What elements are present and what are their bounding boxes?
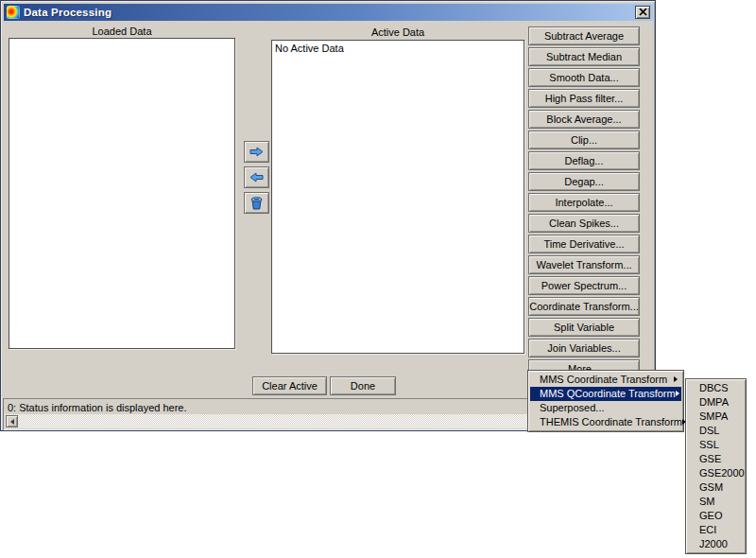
menu-item-label: MMS Coordinate Transform	[540, 374, 667, 385]
submenu-item-eci[interactable]: ECI	[688, 523, 744, 537]
more-context-menu: MMS Coordinate Transform MMS QCoordinate…	[527, 370, 684, 432]
submenu-item-dbcs[interactable]: DBCS	[688, 381, 744, 395]
submenu-item-j2000[interactable]: J2000	[688, 537, 744, 551]
menu-item-label: MMS QCoordinate Transform	[540, 388, 676, 399]
action-button-interpolate[interactable]: Interpolate...	[528, 193, 640, 212]
arrow-right-icon	[249, 147, 264, 157]
action-button-column: Subtract Average Subtract Median Smooth …	[528, 26, 640, 378]
screen: Data Processing Loaded Data Active Data …	[0, 0, 756, 558]
submenu-item-smpa[interactable]: SMPA	[688, 410, 744, 424]
clear-active-button[interactable]: Clear Active	[252, 376, 327, 395]
loaded-data-list[interactable]	[9, 38, 235, 349]
submenu-item-sm[interactable]: SM	[688, 495, 744, 509]
submenu-arrow-icon	[674, 376, 678, 382]
action-button-block-average[interactable]: Block Average...	[528, 110, 640, 129]
action-button-split-variable[interactable]: Split Variable	[528, 318, 640, 337]
menu-item-mms-qcoordinate-transform[interactable]: MMS QCoordinate Transform	[530, 387, 681, 401]
action-button-time-derivative[interactable]: Time Derivative...	[528, 235, 640, 253]
submenu-item-geo[interactable]: GEO	[688, 509, 744, 523]
action-button-wavelet-transform[interactable]: Wavelet Transform...	[528, 255, 640, 274]
close-button[interactable]	[635, 6, 650, 19]
active-data-list[interactable]: No Active Data	[271, 40, 524, 354]
menu-item-superposed[interactable]: Superposed...	[530, 401, 681, 415]
action-button-clip[interactable]: Clip...	[528, 131, 640, 149]
data-processing-dialog: Data Processing Loaded Data Active Data …	[0, 0, 656, 431]
scroll-left-button[interactable]	[6, 415, 18, 427]
titlebar: Data Processing	[4, 4, 653, 21]
active-data-label: Active Data	[271, 26, 524, 38]
delete-button[interactable]	[244, 192, 269, 214]
active-data-placeholder: No Active Data	[272, 41, 524, 56]
app-icon	[7, 6, 20, 19]
menu-item-label: THEMIS Coordinate Transform	[540, 416, 682, 427]
move-left-button[interactable]	[244, 166, 269, 188]
action-button-join-variables[interactable]: Join Variables...	[528, 339, 640, 357]
submenu-arrow-icon	[676, 391, 679, 396]
coordinate-submenu: DBCS DMPA SMPA DSL SSL GSE GSE2000 GSM S…	[685, 378, 747, 554]
menu-item-label: Superposed...	[540, 402, 605, 413]
loaded-data-label: Loaded Data	[9, 26, 235, 37]
menu-item-themis-coordinate-transform[interactable]: THEMIS Coordinate Transform	[530, 415, 681, 429]
action-button-subtract-median[interactable]: Subtract Median	[528, 47, 640, 66]
action-button-deflag[interactable]: Deflag...	[528, 151, 640, 170]
action-button-subtract-average[interactable]: Subtract Average	[528, 26, 640, 45]
action-button-smooth-data[interactable]: Smooth Data...	[528, 68, 640, 87]
submenu-item-dsl[interactable]: DSL	[688, 424, 744, 438]
action-button-degap[interactable]: Degap...	[528, 172, 640, 191]
trash-icon	[250, 197, 263, 210]
window-title: Data Processing	[24, 7, 112, 18]
close-icon	[639, 9, 647, 16]
submenu-item-ssl[interactable]: SSL	[688, 438, 744, 452]
menu-item-mms-coordinate-transform[interactable]: MMS Coordinate Transform	[530, 373, 681, 387]
scroll-left-icon	[10, 419, 14, 425]
submenu-item-gse[interactable]: GSE	[688, 452, 744, 466]
done-button[interactable]: Done	[330, 376, 396, 395]
arrow-left-icon	[249, 172, 264, 183]
action-button-high-pass-filter[interactable]: High Pass filter...	[528, 89, 640, 108]
action-button-clean-spikes[interactable]: Clean Spikes...	[528, 214, 640, 233]
submenu-item-gse2000[interactable]: GSE2000	[688, 466, 744, 480]
submenu-item-dmpa[interactable]: DMPA	[688, 395, 744, 410]
move-right-button[interactable]	[244, 141, 269, 163]
submenu-item-gsm[interactable]: GSM	[688, 480, 744, 495]
action-button-coordinate-transform[interactable]: Coordinate Transform...	[528, 297, 640, 316]
status-message: 0: Status information is displayed here.	[8, 402, 187, 413]
action-button-power-spectrum[interactable]: Power Spectrum...	[528, 276, 640, 295]
